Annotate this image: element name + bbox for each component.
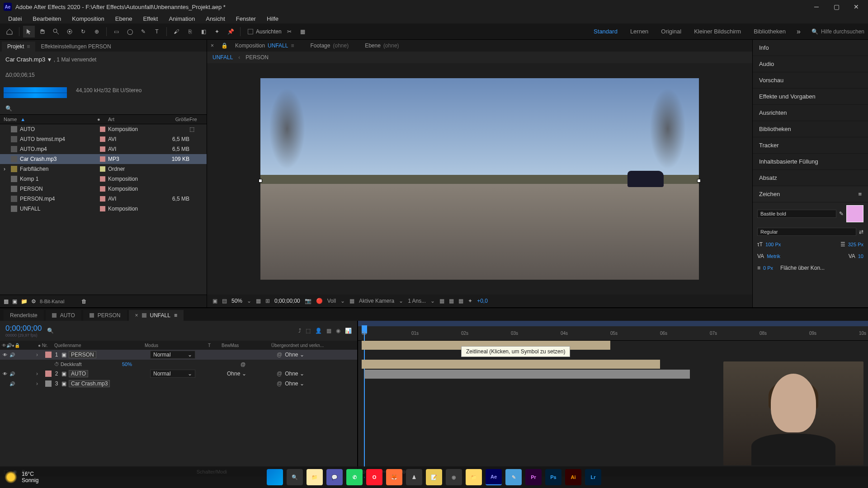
taskbar-ps[interactable]: Ps	[545, 469, 561, 485]
tab-unfall[interactable]: ×UNFALL≡	[129, 310, 184, 321]
layer-row[interactable]: 🔊 › 3 ▣Car Crash.mp3 @Ohne ⌄	[0, 379, 357, 389]
grid-icon[interactable]: ⊞	[265, 298, 270, 304]
rectangle-tool[interactable]: ▭	[110, 26, 122, 38]
taskbar-firefox[interactable]: 🦊	[386, 469, 402, 485]
workspace-standard[interactable]: Standard	[594, 28, 618, 35]
draft3d-icon[interactable]: ⬚	[306, 328, 311, 334]
always-preview-icon[interactable]: ▣	[212, 298, 217, 304]
motion-blur-icon[interactable]: ◉	[336, 328, 340, 334]
weather-widget[interactable]: 16°C Sonnig	[5, 471, 38, 483]
flowchart-icon[interactable]: ✦	[468, 298, 472, 304]
res-icon[interactable]: ▦	[256, 298, 261, 304]
workspace-klein[interactable]: Kleiner Bildschirm	[694, 28, 741, 35]
taskbar-explorer[interactable]: 📁	[307, 469, 323, 485]
comp-close[interactable]: ×	[211, 42, 214, 49]
workspace-lernen[interactable]: Lernen	[630, 28, 648, 35]
pen-tool[interactable]: ✎	[137, 26, 149, 38]
exposure-value[interactable]: +0,0	[477, 298, 488, 304]
fill-over-label[interactable]: Fläche über Kon...	[780, 265, 825, 271]
view-dropdown[interactable]: Aktive Kamera	[359, 298, 394, 304]
interpret-icon[interactable]: ▦	[4, 298, 9, 305]
panel-absatz[interactable]: Absatz	[753, 170, 868, 186]
asset-dropdown[interactable]: ▼	[47, 56, 53, 63]
frame-blend-icon[interactable]: ▦	[326, 328, 331, 334]
track-crash[interactable]	[364, 370, 690, 379]
snap-options[interactable]: ✂	[283, 26, 295, 38]
panel-audio[interactable]: Audio	[753, 56, 868, 72]
taskbar-opera[interactable]: O	[366, 469, 382, 485]
views-count[interactable]: 1 Ans...	[408, 298, 426, 304]
zoom-value[interactable]: 50%	[231, 298, 242, 304]
settings-icon[interactable]: ⚙	[31, 298, 36, 305]
menu-datei[interactable]: Datei	[4, 14, 26, 23]
kerning-value[interactable]: Metrik	[767, 253, 780, 259]
taskbar-app1[interactable]: ♟	[406, 469, 422, 485]
comp-tab[interactable]: Komposition UNFALL ≡	[235, 42, 294, 49]
puppet-tool[interactable]: 📌	[225, 26, 236, 38]
workspace-original[interactable]: Original	[661, 28, 681, 35]
viewer[interactable]	[207, 63, 752, 295]
layer-row[interactable]: 👁 🔊 › 1 ▣PERSON Normal ⌄ @Ohne ⌄	[0, 350, 357, 360]
taskbar-lr[interactable]: Lr	[585, 469, 601, 485]
eyedropper-icon[interactable]: ✎	[839, 211, 844, 217]
anchor-tool[interactable]: ⊕	[91, 26, 103, 38]
bit-depth[interactable]: 8-Bit-Kanal	[40, 299, 64, 304]
ram-preview-icon[interactable]: ▤	[222, 298, 227, 304]
color-swatch[interactable]	[846, 205, 863, 222]
tab-renderliste[interactable]: Renderliste	[4, 310, 44, 321]
graph-editor-icon[interactable]: 📊	[345, 328, 352, 334]
color-icon[interactable]: 🔴	[316, 298, 323, 304]
panel-vorschau[interactable]: Vorschau	[753, 72, 868, 89]
project-item[interactable]: PERSON Komposition	[0, 184, 207, 194]
zoom-tool[interactable]	[50, 26, 62, 38]
handle-left[interactable]	[259, 179, 262, 183]
menu-komposition[interactable]: Komposition	[67, 14, 109, 23]
trash-icon[interactable]: 🗑	[81, 298, 87, 305]
taskbar-app2[interactable]: 📝	[426, 469, 442, 485]
menu-fenster[interactable]: Fenster	[231, 14, 260, 23]
menu-effekt[interactable]: Effekt	[138, 14, 162, 23]
font-style[interactable]: Regular	[757, 228, 856, 236]
project-item[interactable]: Komp 1 Komposition	[0, 174, 207, 184]
clone-tool[interactable]: ⎘	[184, 26, 196, 38]
time-ruler[interactable]: 0s01s02s03s04s05s06s07s08s09s10s	[358, 321, 868, 341]
taskbar-obs[interactable]: ◉	[446, 469, 462, 485]
breadcrumb-unfall[interactable]: UNFALL	[212, 54, 233, 61]
text-tool[interactable]: T	[151, 26, 163, 38]
res-dropdown[interactable]: Voll	[327, 298, 336, 304]
taskbar-tool[interactable]: ✎	[505, 469, 522, 485]
project-item[interactable]: UNFALL Komposition	[0, 204, 207, 214]
rotate-tool[interactable]: ↻	[77, 26, 89, 38]
font-family[interactable]: Bastile bold	[757, 210, 836, 218]
timeline-search-icon[interactable]: 🔍	[47, 328, 54, 334]
track-auto[interactable]	[362, 360, 660, 369]
comp-mini-flowchart-icon[interactable]: ⤴	[298, 328, 301, 334]
taskbar-pr[interactable]: Pr	[525, 469, 542, 485]
tab-projekt[interactable]: Projekt≡	[2, 42, 35, 52]
roto-tool[interactable]: ✦	[211, 26, 223, 38]
tracking-value[interactable]: 10	[858, 253, 863, 259]
taskbar-ai[interactable]: Ai	[565, 469, 581, 485]
panel-effekte[interactable]: Effekte und Vorgaben	[753, 89, 868, 105]
eraser-tool[interactable]: ◧	[198, 26, 209, 38]
panel-zeichen[interactable]: Zeichen≡	[753, 186, 868, 202]
camera-icon[interactable]: 📷	[305, 298, 311, 304]
footage-tab[interactable]: Footage (ohne)	[310, 42, 349, 49]
orbit-tool[interactable]	[64, 26, 75, 38]
menu-ebene[interactable]: Ebene	[111, 14, 137, 23]
project-item[interactable]: › Farbflächen Ordner	[0, 164, 207, 174]
panel-tracker[interactable]: Tracker	[753, 137, 868, 154]
tab-person[interactable]: PERSON	[83, 310, 127, 321]
taskbar-search[interactable]: 🔍	[287, 469, 303, 485]
font-size[interactable]: 100 Px	[765, 242, 781, 247]
brush-tool[interactable]: 🖌	[170, 26, 182, 38]
taskbar-whatsapp[interactable]: ✆	[346, 469, 363, 485]
menu-hilfe[interactable]: Hilfe	[262, 14, 283, 23]
panel-ausrichten[interactable]: Ausrichten	[753, 105, 868, 121]
taskbar-ae[interactable]: Ae	[486, 469, 502, 485]
shy-icon[interactable]: 👤	[315, 328, 322, 334]
snap-options-2[interactable]: ▦	[297, 26, 309, 38]
new-folder-icon[interactable]: 📁	[21, 298, 28, 305]
project-search-icon[interactable]: 🔍	[5, 105, 12, 112]
property-row[interactable]: ⏱Deckkraft50%@	[0, 360, 357, 369]
